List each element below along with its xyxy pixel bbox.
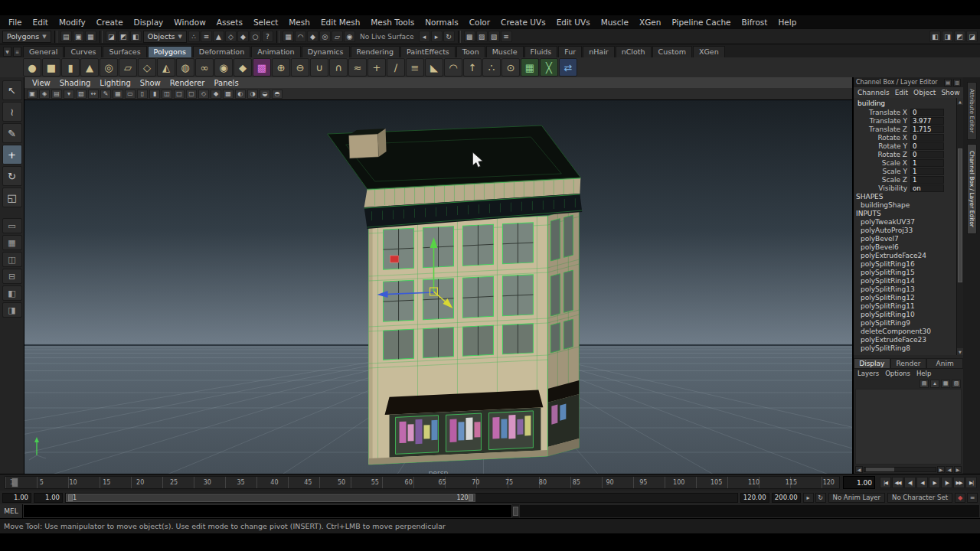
snap-point-icon[interactable]: ◆: [307, 31, 318, 42]
channel-value-field[interactable]: 0: [910, 151, 944, 158]
shelf-tab[interactable]: Deformation: [193, 46, 250, 57]
render-current-frame-icon[interactable]: ▨: [476, 31, 488, 42]
menu-item[interactable]: Edit: [28, 18, 54, 27]
toggle-attribute-editor-icon[interactable]: ◨: [942, 31, 953, 42]
resolution-gate-icon[interactable]: ▯: [137, 90, 148, 99]
pane-left-icon[interactable]: ◀: [946, 466, 953, 473]
pane-right-icon[interactable]: ▶: [954, 466, 962, 473]
shelf-tab[interactable]: General: [23, 46, 64, 57]
shelf-tab[interactable]: Fur: [558, 46, 582, 57]
mask-points-icon[interactable]: ∴: [188, 31, 200, 42]
scroll-right-icon[interactable]: ▶: [937, 466, 945, 473]
menu-item[interactable]: Assets: [211, 18, 248, 27]
toggle-modeling-toolkit-icon[interactable]: ◧: [929, 31, 941, 42]
Translate Z[interactable]: Translate Z 1.715: [854, 125, 956, 133]
Translate Y[interactable]: Translate Y 3.977: [854, 116, 956, 125]
anim-layer-dropdown[interactable]: No Anim Layer: [828, 493, 886, 503]
channel-box-menu-item[interactable]: Object: [913, 89, 936, 96]
shelf-tab[interactable]: Custom: [652, 46, 692, 57]
input-node-item[interactable]: polyExtrudeFace23: [854, 335, 956, 344]
smooth-icon[interactable]: ≈: [348, 58, 367, 77]
layer-editor-menu-item[interactable]: Help: [916, 370, 931, 377]
shelf-tab[interactable]: Curves: [64, 46, 102, 57]
playback-speed-icon[interactable]: ▸: [803, 493, 814, 503]
channel-box-menu-icon[interactable]: ▤: [944, 79, 952, 86]
layer-editor-menu-item[interactable]: Layers: [858, 370, 879, 377]
separate-icon[interactable]: ⊖: [291, 58, 309, 77]
move-layer-up-icon[interactable]: ▴: [930, 380, 939, 388]
safe-action-icon[interactable]: □: [174, 90, 185, 99]
panel-menu-item[interactable]: Panels: [209, 79, 243, 87]
open-render-view-icon[interactable]: ▩: [464, 31, 475, 42]
input-node-item[interactable]: polySplitRing13: [854, 285, 956, 293]
Translate X[interactable]: Translate X 0: [854, 108, 956, 116]
grease-pencil-icon[interactable]: ✎: [100, 90, 111, 99]
bevel-icon[interactable]: ◣: [425, 58, 443, 77]
uv-editor-icon[interactable]: ▩: [253, 58, 271, 77]
menu-item[interactable]: Window: [168, 18, 211, 27]
layout-persp-graph-icon[interactable]: ◨: [2, 302, 22, 318]
channel-value-field[interactable]: 1.715: [910, 126, 944, 133]
polygon-prism-icon[interactable]: ◇: [138, 58, 156, 77]
combine-icon[interactable]: ⊕: [272, 58, 290, 77]
select-component-icon[interactable]: ◧: [130, 31, 142, 42]
animation-start-field[interactable]: 1.00: [2, 493, 31, 503]
input-node-item[interactable]: polySplitRing12: [854, 293, 956, 302]
shelf-tab[interactable]: Surfaces: [103, 46, 146, 57]
split-polygon-icon[interactable]: ∕: [387, 58, 405, 77]
menu-item[interactable]: Display: [129, 18, 169, 27]
current-frame-marker[interactable]: [11, 478, 18, 487]
Rotate Z[interactable]: Rotate Z 0: [854, 150, 956, 158]
camera-attributes-icon[interactable]: ▤: [51, 90, 62, 99]
command-result-area[interactable]: [519, 504, 980, 518]
channel-value-field[interactable]: 1: [910, 159, 944, 167]
select-object-icon[interactable]: ◩: [118, 31, 129, 42]
play-forwards-button[interactable]: ▶: [929, 477, 940, 488]
shelf-menu-icon[interactable]: ▼: [3, 47, 11, 57]
layer-editor-tab[interactable]: Render: [890, 358, 927, 369]
polygon-cone-icon[interactable]: ▲: [80, 58, 99, 77]
shelf-tab[interactable]: Rendering: [351, 46, 400, 57]
lighting-toggle-icon[interactable]: ◐: [235, 90, 246, 99]
input-node-item[interactable]: deleteComponent30: [854, 327, 956, 335]
mask-lines-icon[interactable]: ≡: [201, 31, 212, 42]
scroll-left-icon[interactable]: ◀: [855, 466, 863, 473]
panel-menu-item[interactable]: Show: [136, 79, 165, 87]
hscrollbar-thumb[interactable]: [866, 468, 894, 471]
menu-item[interactable]: Mesh: [283, 18, 315, 27]
playback-range-bar[interactable]: 1 120: [66, 494, 475, 502]
rotate-tool-icon[interactable]: ↻: [2, 166, 22, 186]
Scale X[interactable]: Scale X 1: [854, 158, 956, 167]
wireframe-mode-icon[interactable]: ◇: [198, 90, 209, 99]
layer-list[interactable]: [855, 389, 962, 465]
2d-pan-zoom-icon[interactable]: ↔: [88, 90, 99, 99]
input-node-item[interactable]: polySplitRing15: [854, 268, 956, 276]
polygon-plane-icon[interactable]: ▱: [119, 58, 137, 77]
menu-item[interactable]: Edit UVs: [551, 18, 596, 27]
channel-box-menu-item[interactable]: Edit: [895, 89, 908, 96]
panel-menu-item[interactable]: View: [28, 79, 55, 87]
xray-toggle-icon[interactable]: ◒: [260, 90, 270, 99]
channel-box-menu-item[interactable]: Show: [941, 89, 959, 96]
shelf-tab[interactable]: nCloth: [616, 46, 652, 57]
symmetry-icon[interactable]: ⇄: [559, 58, 577, 77]
mel-command-input[interactable]: [23, 504, 512, 518]
input-connections-icon[interactable]: ◂: [419, 31, 430, 42]
polygon-cylinder-icon[interactable]: ▮: [61, 58, 80, 77]
mask-misc-icon[interactable]: ?: [262, 31, 273, 42]
layout-four-pane-icon[interactable]: ▦: [2, 235, 22, 250]
layer-editor-tab[interactable]: Display: [854, 358, 890, 369]
film-gate-icon[interactable]: ▭: [125, 90, 136, 99]
panel-menu-item[interactable]: Lighting: [95, 79, 135, 87]
Visibility[interactable]: Visibility on: [854, 184, 956, 192]
lasso-tool-icon[interactable]: ≀: [2, 102, 22, 122]
input-node-item[interactable]: polySplitRing10: [854, 310, 956, 318]
objects-mask-dropdown[interactable]: Objects ▼: [143, 31, 187, 43]
polygon-helix-icon[interactable]: ∞: [195, 58, 214, 77]
shelf-tab[interactable]: XGen: [693, 46, 725, 57]
polygon-platonic-icon[interactable]: ◆: [234, 58, 252, 77]
snap-curve-icon[interactable]: ◠: [295, 31, 306, 42]
layout-two-pane-side-icon[interactable]: ◫: [2, 252, 22, 267]
boolean-intersect-icon[interactable]: ∩: [329, 58, 348, 77]
render-settings-icon[interactable]: ≡: [501, 31, 512, 42]
